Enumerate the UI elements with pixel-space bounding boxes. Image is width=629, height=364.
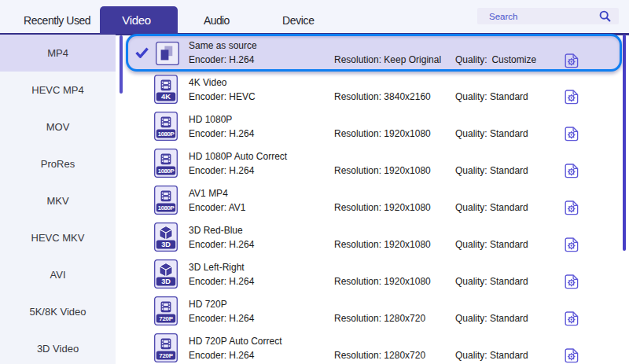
svg-text:1080P: 1080P [158,131,175,138]
svg-text:1080P: 1080P [158,167,175,175]
svg-text:4K: 4K [161,92,171,101]
svg-text:3D: 3D [161,241,171,248]
svg-text:1080P: 1080P [158,204,175,211]
svg-text:720P: 720P [159,352,173,359]
svg-text:3D: 3D [161,278,171,285]
svg-text:720P: 720P [159,315,173,322]
